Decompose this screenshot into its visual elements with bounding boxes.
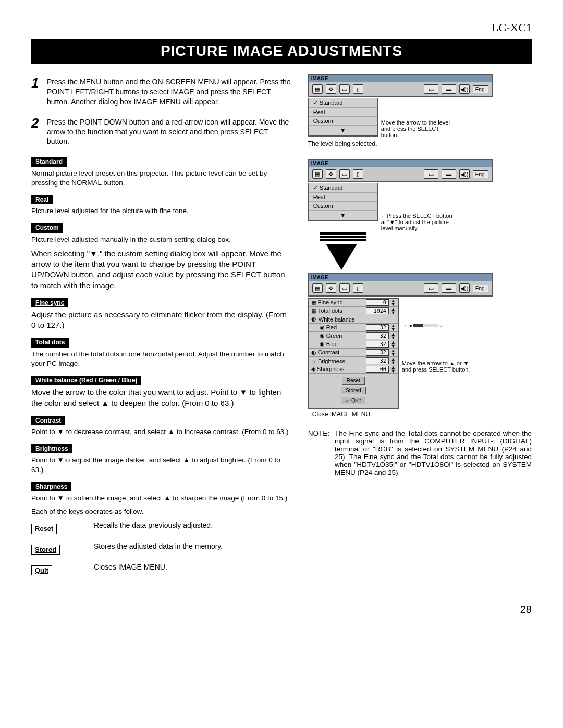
page-number: 28 [31,603,532,615]
step-text: Press the MENU button and the ON-SCREEN … [47,74,292,107]
row-red[interactable]: ◉ Red [320,324,364,331]
screen-icon[interactable]: ▭ [339,84,350,94]
row-contrast[interactable]: ◐ Contrast [311,349,364,356]
heading-white-balance: White balance (Red / Green / Blue) [31,376,141,385]
step-number: 2 [31,114,47,132]
menubar-title: IMAGE [309,75,492,82]
blank-icon[interactable]: ▭ [424,169,438,179]
custom-desc: Picture level adjusted manually in the c… [31,235,292,244]
contrast-val: 32 [366,349,389,356]
spinner-icon[interactable]: ▲▼ [391,307,396,314]
note-body: The Fine sync and the Total dots cannot … [335,429,532,476]
note-block: NOTE: The Fine sync and the Total dots c… [308,429,532,476]
total-dots-desc: The number of the total dots in one hori… [31,350,292,368]
figure-manual-adjust: IMAGE ▦ ✥ ▭ ▯ ▭ ▬ ◀)) Engl [308,159,532,418]
stored-desc: Stores the adjusted data in the memory. [94,541,223,558]
level-list-2: ✓ Standard Real Custom ▼ [308,183,378,221]
spinner-icon[interactable]: ▲▼ [391,332,396,339]
quit-key: Quit [31,565,52,576]
annot-level-selected: The level being selected. [308,140,532,147]
sound-icon[interactable]: ◀)) [459,84,470,94]
page-icon[interactable]: ▯ [353,84,363,94]
blank-icon[interactable]: ▭ [424,84,438,94]
brightness-desc: Point to ▼to adjust the image darker, an… [31,455,292,474]
level-real[interactable]: Real [309,108,377,117]
blank-icon[interactable]: ▭ [424,283,438,293]
spinner-icon[interactable]: ▲▼ [391,357,396,364]
down-arrow-icon [326,244,357,270]
move-icon[interactable]: ✥ [326,283,336,293]
spinner-icon[interactable]: ▲▼ [391,366,396,373]
fine-sync-val: 0 [366,299,389,306]
lang-box[interactable]: Engl [473,170,488,178]
sound-icon[interactable]: ◀)) [459,169,470,179]
move-icon[interactable]: ✥ [326,169,336,179]
lang-box[interactable]: Engl [473,285,488,292]
red-val: 32 [366,324,389,331]
spinner-icon[interactable]: ▲▼ [391,299,396,306]
real-desc: Picture level adjusted for the picture w… [31,206,292,216]
standard-desc: Normal picture level preset on this proj… [31,169,292,188]
menubar-title-3: IMAGE [309,274,492,281]
image-icon[interactable]: ▦ [312,283,323,293]
callout-manual: ←Press the SELECT button at "▼" to adjus… [381,183,454,231]
move-icon[interactable]: ✥ [326,84,336,94]
contrast-desc: Point to ▼ to decrease contrast, and sel… [31,427,292,437]
spinner-icon[interactable]: ▲▼ [391,341,396,348]
level-real[interactable]: Real [309,193,377,202]
blue-val: 32 [366,341,389,348]
key-table: Reset Recalls the data previously adjust… [31,521,292,578]
row-fine-sync[interactable]: ▦ Fine sync [311,299,364,306]
slider-and-callout: ←●○ Move the arrow to ▲ or ▼ and press S… [402,298,475,373]
image-icon[interactable]: ▦ [312,84,323,94]
level-standard[interactable]: ✓ Standard [309,98,377,108]
slider-icon: ←●○ [402,298,443,328]
sound-icon[interactable]: ◀)) [459,283,470,293]
screen-icon[interactable]: ▭ [339,169,350,179]
reset-btn[interactable]: Reset [342,377,365,385]
heading-fine-sync: Fine sync [31,298,68,307]
heading-total-dots: Total dots [31,338,69,347]
spinner-icon[interactable]: ▲▼ [391,349,396,356]
stored-key: Stored [31,545,60,555]
level-custom[interactable]: Custom [309,202,377,211]
level-down-arrow[interactable]: ▼ [309,211,377,220]
page-icon[interactable]: ▯ [353,169,363,179]
page-banner: PICTURE IMAGE ADJUSTMENTS [31,39,532,64]
model-label: LC-XC1 [31,21,532,34]
custom-select-desc: When selecting "▼," the custom setting d… [31,249,292,291]
figure-level-select: IMAGE ▦ ✥ ▭ ▯ ▭ ▬ ◀)) [308,74,532,147]
row-total-dots[interactable]: ▦ Total dots [311,307,364,314]
menubar-title-2: IMAGE [309,160,492,167]
reset-key: Reset [31,524,57,534]
lang-box[interactable]: Engl [473,85,488,93]
image-icon[interactable]: ▦ [312,169,323,179]
note-label: NOTE: [308,429,329,476]
callout-arrow: Move the arrow to ▲ or ▼ and press SELEC… [402,329,475,373]
menubar-2: IMAGE ▦ ✥ ▭ ▯ ▭ ▬ ◀)) Engl [308,159,493,182]
screen2-icon[interactable]: ▬ [442,169,456,179]
screen2-icon[interactable]: ▬ [442,283,456,293]
stored-btn[interactable]: Stored [341,387,365,394]
left-column: 1 Press the MENU button and the ON-SCREE… [31,74,292,583]
green-val: 32 [366,332,389,339]
spinner-icon[interactable]: ▲▼ [391,324,396,331]
row-white-balance: ◐ White balance [309,315,398,324]
row-sharpness[interactable]: ◈ Sharpness [311,366,364,373]
level-standard[interactable]: ✓ Standard [309,183,377,193]
level-custom[interactable]: Custom [309,117,377,126]
screen-icon[interactable]: ▭ [339,283,350,293]
screen2-icon[interactable]: ▬ [442,84,456,94]
page-icon[interactable]: ▯ [353,283,363,293]
fine-sync-desc: Adjust the picture as necessary to elimi… [31,310,292,331]
level-down-arrow[interactable]: ▼ [309,126,377,135]
row-blue[interactable]: ◉ Blue [320,341,364,348]
row-green[interactable]: ◉ Green [320,332,364,339]
heading-sharpness: Sharpness [31,482,71,491]
sharpness-val: 00 [366,366,389,373]
quit-btn[interactable]: ↙ Quit [341,397,365,404]
row-brightness[interactable]: ☼ Brightness [311,358,364,364]
white-balance-desc: Move the arrow to the color that you wan… [31,387,292,409]
sharpness-desc-2: Each of the keys operates as follow. [31,507,292,516]
heading-custom: Custom [31,223,63,232]
